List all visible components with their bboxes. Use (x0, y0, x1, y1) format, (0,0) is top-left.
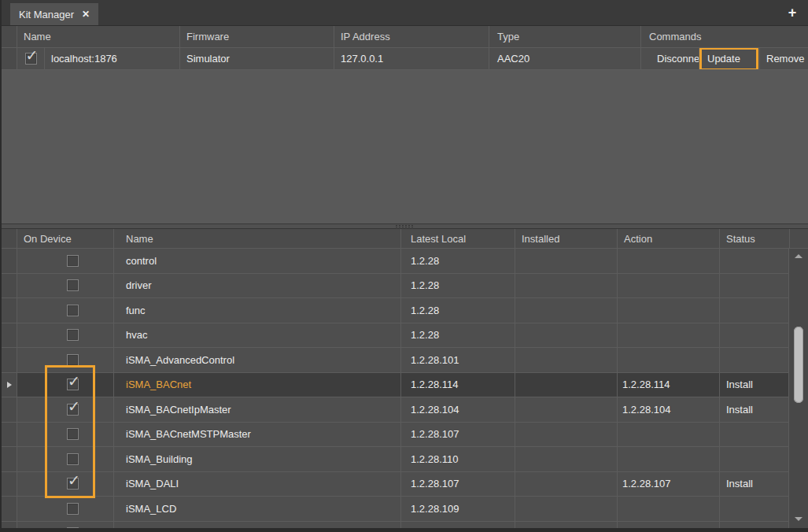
scroll-up-icon[interactable] (795, 254, 802, 258)
column-header-on-device[interactable]: On Device (17, 229, 114, 248)
on-device-checkbox[interactable] (67, 305, 79, 316)
scroll-thumb[interactable] (794, 327, 803, 403)
installed (515, 298, 618, 323)
kit-name: hvac (114, 323, 401, 348)
on-device-checkbox[interactable] (67, 354, 79, 366)
device-ip-address: 127.0.0.1 (334, 48, 489, 69)
on-device-checkbox[interactable] (67, 255, 79, 267)
row-selector-arrow-icon (7, 382, 12, 388)
table-row[interactable]: control1.2.28 (2, 249, 788, 274)
status (720, 348, 790, 372)
column-header-installed[interactable]: Installed (515, 229, 618, 248)
on-device-checkbox[interactable] (67, 478, 79, 490)
table-row[interactable]: func1.2.28 (2, 298, 788, 323)
row-indicator-cell (2, 373, 17, 397)
installed (515, 323, 618, 348)
device-checkbox[interactable] (25, 53, 37, 65)
action: 1.2.28.107 (618, 472, 720, 497)
installed (515, 423, 618, 447)
table-row[interactable]: driver1.2.28 (2, 274, 788, 299)
on-device-cell (17, 497, 114, 521)
latest-local: 1.2.28 (401, 249, 515, 273)
column-header-status[interactable]: Status (720, 229, 790, 248)
on-device-cell (17, 397, 114, 422)
table-row[interactable]: hvac1.2.28 (2, 323, 788, 349)
disconnect-button[interactable]: Disconnect (651, 48, 699, 69)
device-name-cell: localhost:1876 (17, 48, 180, 69)
table-row[interactable]: iSMA_LCD1.2.28.109 (2, 497, 788, 522)
table-row[interactable]: iSMA_Building1.2.28.110 (2, 447, 788, 472)
status (720, 497, 790, 521)
tab-label: Kit Manager (19, 9, 74, 20)
status: Install (720, 472, 790, 497)
on-device-checkbox[interactable] (67, 379, 79, 390)
on-device-checkbox[interactable] (67, 453, 79, 465)
column-header-name[interactable]: Name (17, 26, 180, 47)
action: 1.2.28.104 (618, 397, 720, 422)
kits-table: On Device Name Latest Local Installed Ac… (2, 229, 808, 528)
kit-name: iSMA_Building (114, 447, 401, 471)
devices-header-row: Name Firmware IP Address Type Commands (2, 26, 808, 48)
latest-local (401, 522, 515, 529)
tab-kit-manager[interactable]: Kit Manager ✕ (10, 3, 98, 25)
latest-local: 1.2.28 (401, 274, 515, 298)
table-row[interactable] (2, 522, 788, 529)
status (720, 447, 790, 471)
table-row[interactable]: iSMA_DALI1.2.28.1071.2.28.107Install (2, 472, 788, 497)
status: Install (720, 397, 790, 422)
tab-bar: Kit Manager ✕ + (2, 0, 808, 26)
latest-local: 1.2.28.107 (401, 472, 515, 497)
kits-header-spacer (790, 229, 808, 248)
row-indicator-cell (2, 472, 17, 497)
table-row[interactable]: iSMA_BACnet1.2.28.1141.2.28.114Install (2, 373, 788, 398)
row-indicator-cell (2, 298, 17, 323)
on-device-checkbox[interactable] (67, 527, 79, 528)
on-device-cell (17, 323, 114, 348)
column-header-firmware[interactable]: Firmware (180, 26, 334, 47)
row-indicator-cell (2, 397, 17, 422)
on-device-cell (17, 472, 114, 497)
table-row[interactable]: iSMA_BACnetMSTPMaster1.2.28.107 (2, 423, 788, 448)
column-header-type[interactable]: Type (489, 26, 641, 47)
kit-name: driver (114, 274, 401, 298)
on-device-cell (17, 348, 114, 372)
column-header-commands[interactable]: Commands (641, 26, 808, 47)
remove-button[interactable]: Remove (759, 48, 808, 69)
kit-name: iSMA_AdvancedControl (114, 348, 401, 372)
latest-local: 1.2.28 (401, 323, 515, 348)
row-indicator-cell (2, 274, 17, 298)
row-indicator-cell (2, 348, 17, 372)
device-type: AAC20 (489, 48, 641, 69)
on-device-cell (17, 274, 114, 298)
scroll-down-icon[interactable] (795, 517, 802, 521)
splitter[interactable] (2, 224, 808, 229)
status (720, 274, 790, 298)
device-row[interactable]: localhost:1876 Simulator 127.0.0.1 AAC20… (2, 48, 808, 70)
kits-header-gutter (2, 229, 17, 248)
table-row[interactable]: iSMA_AdvancedControl1.2.28.101 (2, 348, 788, 373)
column-header-ip-address[interactable]: IP Address (334, 26, 489, 47)
on-device-cell (17, 373, 114, 397)
column-header-latest-local[interactable]: Latest Local (401, 229, 515, 248)
on-device-checkbox[interactable] (67, 279, 79, 291)
devices-empty-area (2, 70, 808, 224)
column-header-action[interactable]: Action (618, 229, 720, 248)
table-row[interactable]: iSMA_BACnetIpMaster1.2.28.1041.2.28.104I… (2, 397, 788, 423)
kit-manager-window: Kit Manager ✕ + Name Firmware IP Address… (0, 0, 808, 532)
column-header-kit-name[interactable]: Name (114, 229, 401, 248)
on-device-checkbox[interactable] (67, 329, 79, 341)
row-indicator-cell (2, 323, 17, 348)
vertical-scrollbar[interactable] (788, 249, 808, 528)
on-device-checkbox[interactable] (67, 428, 79, 440)
add-tab-button[interactable]: + (784, 4, 801, 21)
action (618, 497, 720, 521)
on-device-checkbox[interactable] (67, 503, 79, 515)
on-device-checkbox[interactable] (67, 404, 79, 416)
device-row-gutter (2, 48, 17, 69)
device-firmware: Simulator (180, 48, 334, 69)
update-button-label: Update (707, 53, 740, 65)
update-button[interactable]: Update (699, 48, 759, 69)
tab-close-icon[interactable]: ✕ (82, 9, 90, 19)
latest-local: 1.2.28.114 (401, 373, 515, 397)
on-device-cell (17, 423, 114, 447)
